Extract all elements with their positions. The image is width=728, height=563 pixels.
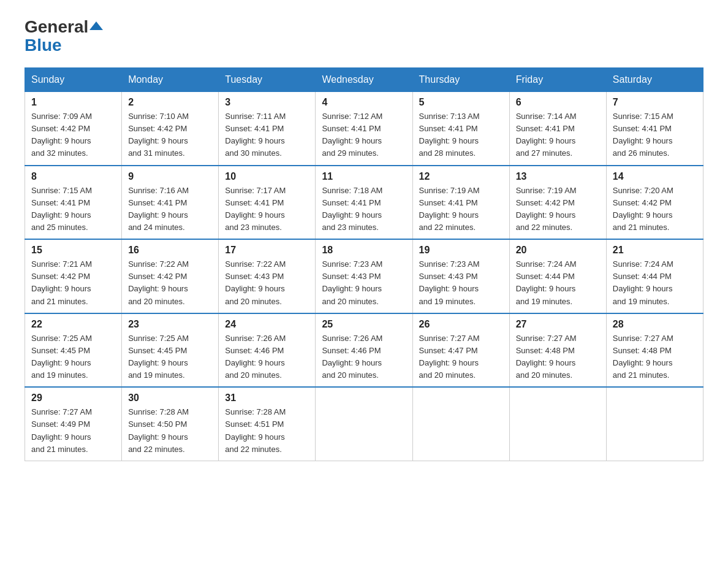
day-number: 3 xyxy=(225,97,309,108)
calendar-cell: 9 Sunrise: 7:16 AM Sunset: 4:41 PM Dayli… xyxy=(122,166,219,240)
calendar-cell: 6 Sunrise: 7:14 AM Sunset: 4:41 PM Dayli… xyxy=(509,92,606,166)
weekday-header-row: SundayMondayTuesdayWednesdayThursdayFrid… xyxy=(25,68,703,92)
calendar-cell: 22 Sunrise: 7:25 AM Sunset: 4:45 PM Dayl… xyxy=(25,313,122,388)
calendar-week-row: 29 Sunrise: 7:27 AM Sunset: 4:49 PM Dayl… xyxy=(25,387,703,461)
day-info: Sunrise: 7:22 AM Sunset: 4:42 PM Dayligh… xyxy=(128,258,212,308)
calendar-cell: 8 Sunrise: 7:15 AM Sunset: 4:41 PM Dayli… xyxy=(25,166,122,240)
calendar-cell: 27 Sunrise: 7:27 AM Sunset: 4:48 PM Dayl… xyxy=(509,313,606,388)
calendar-cell: 19 Sunrise: 7:23 AM Sunset: 4:43 PM Dayl… xyxy=(412,239,509,313)
day-number: 20 xyxy=(516,245,600,256)
day-number: 26 xyxy=(419,319,503,330)
calendar-cell: 4 Sunrise: 7:12 AM Sunset: 4:41 PM Dayli… xyxy=(316,92,412,166)
day-number: 9 xyxy=(128,171,212,182)
day-info: Sunrise: 7:27 AM Sunset: 4:47 PM Dayligh… xyxy=(419,332,503,382)
day-number: 27 xyxy=(516,319,600,330)
logo-text-general: General xyxy=(25,18,88,36)
calendar-cell: 29 Sunrise: 7:27 AM Sunset: 4:49 PM Dayl… xyxy=(25,387,122,461)
calendar-cell: 26 Sunrise: 7:27 AM Sunset: 4:47 PM Dayl… xyxy=(412,313,509,388)
day-number: 16 xyxy=(128,245,212,256)
day-number: 10 xyxy=(225,171,309,182)
calendar-cell: 24 Sunrise: 7:26 AM Sunset: 4:46 PM Dayl… xyxy=(219,313,316,388)
day-info: Sunrise: 7:22 AM Sunset: 4:43 PM Dayligh… xyxy=(225,258,309,308)
weekday-header-tuesday: Tuesday xyxy=(219,68,316,92)
day-number: 5 xyxy=(419,97,503,108)
calendar-cell: 21 Sunrise: 7:24 AM Sunset: 4:44 PM Dayl… xyxy=(606,239,703,313)
calendar-cell: 16 Sunrise: 7:22 AM Sunset: 4:42 PM Dayl… xyxy=(122,239,219,313)
calendar-cell xyxy=(606,387,703,461)
day-info: Sunrise: 7:26 AM Sunset: 4:46 PM Dayligh… xyxy=(225,332,309,382)
day-info: Sunrise: 7:28 AM Sunset: 4:51 PM Dayligh… xyxy=(225,406,309,456)
day-info: Sunrise: 7:19 AM Sunset: 4:42 PM Dayligh… xyxy=(516,185,600,234)
day-number: 23 xyxy=(128,319,212,330)
logo: General Blue xyxy=(25,18,103,55)
calendar-cell: 5 Sunrise: 7:13 AM Sunset: 4:41 PM Dayli… xyxy=(412,92,509,166)
day-info: Sunrise: 7:12 AM Sunset: 4:41 PM Dayligh… xyxy=(322,110,406,160)
day-info: Sunrise: 7:13 AM Sunset: 4:41 PM Dayligh… xyxy=(419,110,503,160)
calendar-week-row: 8 Sunrise: 7:15 AM Sunset: 4:41 PM Dayli… xyxy=(25,166,703,240)
day-number: 12 xyxy=(419,171,503,182)
day-number: 31 xyxy=(225,393,309,404)
day-info: Sunrise: 7:16 AM Sunset: 4:41 PM Dayligh… xyxy=(128,185,212,234)
calendar-week-row: 1 Sunrise: 7:09 AM Sunset: 4:42 PM Dayli… xyxy=(25,92,703,166)
weekday-header-thursday: Thursday xyxy=(412,68,509,92)
calendar-cell: 31 Sunrise: 7:28 AM Sunset: 4:51 PM Dayl… xyxy=(219,387,316,461)
day-number: 1 xyxy=(31,97,115,108)
day-number: 14 xyxy=(613,171,697,182)
calendar-cell: 2 Sunrise: 7:10 AM Sunset: 4:42 PM Dayli… xyxy=(122,92,219,166)
day-info: Sunrise: 7:27 AM Sunset: 4:48 PM Dayligh… xyxy=(613,332,697,382)
day-number: 17 xyxy=(225,245,309,256)
day-info: Sunrise: 7:19 AM Sunset: 4:41 PM Dayligh… xyxy=(419,185,503,234)
calendar-cell: 30 Sunrise: 7:28 AM Sunset: 4:50 PM Dayl… xyxy=(122,387,219,461)
day-info: Sunrise: 7:21 AM Sunset: 4:42 PM Dayligh… xyxy=(31,258,115,308)
weekday-header-saturday: Saturday xyxy=(606,68,703,92)
weekday-header-wednesday: Wednesday xyxy=(316,68,412,92)
day-info: Sunrise: 7:11 AM Sunset: 4:41 PM Dayligh… xyxy=(225,110,309,160)
calendar-cell xyxy=(412,387,509,461)
day-info: Sunrise: 7:17 AM Sunset: 4:41 PM Dayligh… xyxy=(225,185,309,234)
calendar-cell xyxy=(509,387,606,461)
calendar-cell: 3 Sunrise: 7:11 AM Sunset: 4:41 PM Dayli… xyxy=(219,92,316,166)
day-number: 6 xyxy=(516,97,600,108)
calendar-cell: 15 Sunrise: 7:21 AM Sunset: 4:42 PM Dayl… xyxy=(25,239,122,313)
day-number: 8 xyxy=(31,171,115,182)
day-info: Sunrise: 7:14 AM Sunset: 4:41 PM Dayligh… xyxy=(516,110,600,160)
calendar-table: SundayMondayTuesdayWednesdayThursdayFrid… xyxy=(25,67,703,461)
day-info: Sunrise: 7:28 AM Sunset: 4:50 PM Dayligh… xyxy=(128,406,212,456)
calendar-cell: 10 Sunrise: 7:17 AM Sunset: 4:41 PM Dayl… xyxy=(219,166,316,240)
calendar-cell: 14 Sunrise: 7:20 AM Sunset: 4:42 PM Dayl… xyxy=(606,166,703,240)
day-info: Sunrise: 7:20 AM Sunset: 4:42 PM Dayligh… xyxy=(613,185,697,234)
day-info: Sunrise: 7:27 AM Sunset: 4:48 PM Dayligh… xyxy=(516,332,600,382)
day-number: 29 xyxy=(31,393,115,404)
day-info: Sunrise: 7:15 AM Sunset: 4:41 PM Dayligh… xyxy=(613,110,697,160)
day-number: 4 xyxy=(322,97,406,108)
calendar-cell: 23 Sunrise: 7:25 AM Sunset: 4:45 PM Dayl… xyxy=(122,313,219,388)
calendar-week-row: 22 Sunrise: 7:25 AM Sunset: 4:45 PM Dayl… xyxy=(25,313,703,388)
day-info: Sunrise: 7:18 AM Sunset: 4:41 PM Dayligh… xyxy=(322,185,406,234)
day-info: Sunrise: 7:25 AM Sunset: 4:45 PM Dayligh… xyxy=(128,332,212,382)
day-info: Sunrise: 7:25 AM Sunset: 4:45 PM Dayligh… xyxy=(31,332,115,382)
calendar-cell: 7 Sunrise: 7:15 AM Sunset: 4:41 PM Dayli… xyxy=(606,92,703,166)
calendar-cell: 28 Sunrise: 7:27 AM Sunset: 4:48 PM Dayl… xyxy=(606,313,703,388)
day-info: Sunrise: 7:27 AM Sunset: 4:49 PM Dayligh… xyxy=(31,406,115,456)
day-number: 22 xyxy=(31,319,115,330)
calendar-week-row: 15 Sunrise: 7:21 AM Sunset: 4:42 PM Dayl… xyxy=(25,239,703,313)
svg-marker-0 xyxy=(89,21,103,30)
day-info: Sunrise: 7:15 AM Sunset: 4:41 PM Dayligh… xyxy=(31,185,115,234)
calendar-cell: 11 Sunrise: 7:18 AM Sunset: 4:41 PM Dayl… xyxy=(316,166,412,240)
logo-icon xyxy=(89,19,103,33)
calendar-cell: 18 Sunrise: 7:23 AM Sunset: 4:43 PM Dayl… xyxy=(316,239,412,313)
day-number: 13 xyxy=(516,171,600,182)
day-info: Sunrise: 7:10 AM Sunset: 4:42 PM Dayligh… xyxy=(128,110,212,160)
day-info: Sunrise: 7:23 AM Sunset: 4:43 PM Dayligh… xyxy=(322,258,406,308)
calendar-cell xyxy=(316,387,412,461)
day-number: 19 xyxy=(419,245,503,256)
page-header: General Blue xyxy=(25,18,703,55)
calendar-cell: 17 Sunrise: 7:22 AM Sunset: 4:43 PM Dayl… xyxy=(219,239,316,313)
day-number: 30 xyxy=(128,393,212,404)
day-info: Sunrise: 7:09 AM Sunset: 4:42 PM Dayligh… xyxy=(31,110,115,160)
logo-text-blue: Blue xyxy=(25,36,62,55)
day-info: Sunrise: 7:26 AM Sunset: 4:46 PM Dayligh… xyxy=(322,332,406,382)
day-number: 25 xyxy=(322,319,406,330)
day-number: 21 xyxy=(613,245,697,256)
day-number: 15 xyxy=(31,245,115,256)
